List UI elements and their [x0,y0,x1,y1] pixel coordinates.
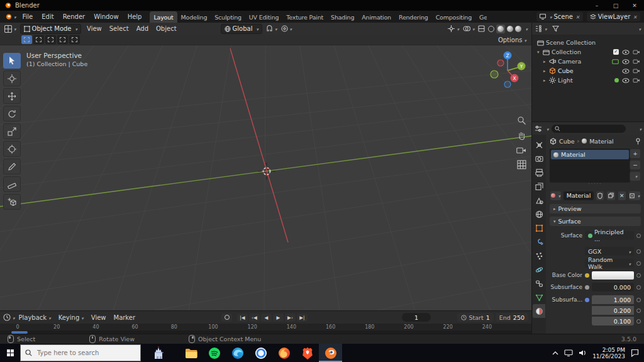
breadcrumb-object[interactable]: Cube [559,138,575,145]
maximize-button[interactable] [606,0,625,11]
tool-transform[interactable] [3,141,21,157]
tab-shading[interactable]: Shading [327,11,358,23]
tab-output[interactable] [533,166,545,179]
panel-resize-grip[interactable] [550,181,641,187]
app-menu-button[interactable] [5,13,16,21]
render-camera-icon[interactable] [633,77,640,83]
hide-eye-icon[interactable] [622,78,630,83]
material-name-field[interactable]: Material [564,191,594,200]
menu-select[interactable]: Select [106,25,133,32]
app-edge[interactable] [226,344,249,362]
jump-to-end-button[interactable]: ▶| [297,314,308,322]
menu-object[interactable]: Object [152,25,180,32]
menu-marker[interactable]: Marker [110,314,140,321]
tab-animation[interactable]: Animation [358,11,395,23]
mode-dropdown[interactable]: Object Mode [20,24,82,34]
add-slot-button[interactable]: + [630,149,641,159]
menu-edit[interactable]: Edit [37,11,58,23]
active-camera-icon[interactable] [612,59,619,64]
light-data-icon[interactable] [614,78,619,82]
menu-render[interactable]: Render [58,11,90,23]
tab-constraints[interactable] [533,276,545,290]
camera-view-icon[interactable] [516,146,526,154]
outliner-row-scene-collection[interactable]: Scene Collection [532,38,644,47]
tab-compositing[interactable]: Compositing [432,11,475,23]
network-icon[interactable] [564,349,573,356]
tab-tool[interactable] [533,138,545,152]
select-mode-subtract[interactable] [45,35,56,44]
play-reverse-button[interactable]: ◀ [261,314,272,322]
hide-eye-icon[interactable] [622,50,630,55]
viewport-canvas[interactable]: Z Y X [0,45,531,310]
keyframe-dot[interactable] [636,249,641,254]
select-mode-new[interactable] [21,35,32,44]
tool-add-cube[interactable] [3,194,21,210]
outliner-editor-caret[interactable] [543,25,547,33]
prev-keyframe-button[interactable]: ‹◀ [249,314,260,322]
tab-render[interactable] [533,152,545,166]
tab-uv-editing[interactable]: UV Editing [245,11,283,23]
shading-caret[interactable] [523,25,528,33]
end-frame-field[interactable]: End250 [496,313,528,322]
outliner-editor-icon[interactable] [535,25,543,32]
play-button[interactable]: ▶ [273,314,284,322]
tab-material[interactable] [533,304,545,318]
menu-window[interactable]: Window [89,11,123,23]
menu-keying[interactable]: Keying [55,314,87,321]
outliner-row-camera[interactable]: ▸ Camera [532,57,644,66]
tab-object[interactable] [533,221,545,235]
properties-search-input[interactable] [552,125,626,133]
properties-editor-caret[interactable] [545,125,549,133]
tab-modifiers[interactable] [533,235,545,249]
scene-selector[interactable]: Scene [536,12,583,21]
gizmo-minus-y[interactable] [491,71,498,78]
surface-section-header[interactable]: ▾ Surface [550,217,641,226]
snap-toggle[interactable] [266,25,277,33]
tab-object-data[interactable] [533,290,545,304]
outliner-row-light[interactable]: ▸ Light [532,76,644,85]
radius-value-slider[interactable]: 0.100 [592,317,634,325]
select-mode-invert[interactable] [57,35,68,44]
options-dropdown[interactable]: Options [498,37,526,43]
gizmo-minus-z[interactable] [504,81,511,88]
keyframe-dot[interactable] [636,273,641,278]
collection-checkbox[interactable]: ✓ [613,49,619,55]
current-frame-field[interactable]: 1 [402,313,431,322]
expand-arrow-icon[interactable]: ▾ [537,50,543,55]
subsurface-method-dropdown[interactable]: Random Walk [585,259,634,268]
properties-editor-icon[interactable] [535,125,542,132]
tool-cursor[interactable] [3,71,21,86]
unlink-material-button[interactable]: ✕ [618,191,626,201]
keyframe-dot[interactable] [636,261,641,266]
xray-toggle[interactable] [478,25,485,32]
show-gizmo-toggle[interactable] [448,25,459,33]
outliner-row-collection[interactable]: ▾ Collection ✓ [532,47,644,57]
timeline-ruler[interactable]: 020406080100120140160180200220240 [0,324,531,331]
viewlayer-selector[interactable]: ViewLayer [587,12,640,21]
tab-texture-paint[interactable]: Texture Paint [282,11,327,23]
tab-geometry-nodes[interactable]: Geometry Noc [475,11,487,23]
fake-user-button[interactable] [596,191,604,201]
distribution-dropdown[interactable]: GGX [585,247,634,256]
menu-add[interactable]: Add [133,25,152,32]
search-input[interactable] [36,349,126,357]
tool-annotate[interactable] [3,159,21,174]
overlays-toggle[interactable] [463,25,475,33]
menu-help[interactable]: Help [123,11,147,23]
tab-particles[interactable] [533,249,545,263]
menu-view-timeline[interactable]: View [87,314,110,321]
keyframe-dot[interactable] [636,308,641,313]
slot-specials-button[interactable] [630,171,641,181]
start-frame-field[interactable]: Start1 [457,313,494,322]
tab-layout[interactable]: Layout [150,11,177,23]
surface-shader-button[interactable]: Principled ... [585,231,634,240]
hide-eye-icon[interactable] [622,59,630,64]
app-brave[interactable] [296,344,319,362]
tab-sculpting[interactable]: Sculpting [211,11,245,23]
base-color-swatch[interactable] [592,271,634,280]
keyframe-dot[interactable] [636,319,641,324]
tool-move[interactable] [3,88,21,104]
tool-rotate[interactable] [3,106,21,122]
select-mode-intersect[interactable] [69,35,80,44]
app-file-explorer[interactable] [179,344,203,362]
